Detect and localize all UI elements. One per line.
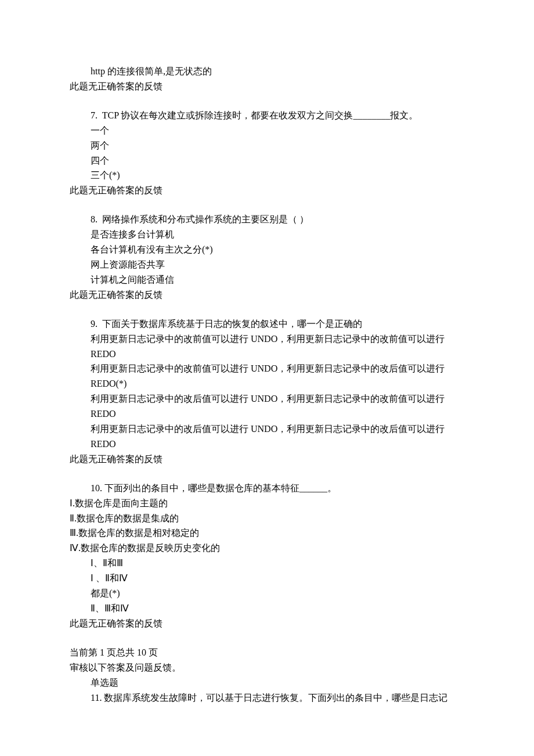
option-correct: 都是(*) bbox=[70, 586, 464, 601]
question-text: 数据库系统发生故障时，可以基于日志进行恢复。下面列出的条目中，哪些是日志记 bbox=[104, 693, 448, 703]
option: Ⅱ、Ⅲ和Ⅳ bbox=[70, 601, 464, 616]
option: 一个 bbox=[70, 123, 464, 138]
question-number: 9. bbox=[91, 319, 98, 329]
section-heading: 单选题 bbox=[70, 675, 464, 690]
question-number: 10. bbox=[91, 483, 102, 493]
pager-line: 当前第 1 页总共 10 页 bbox=[70, 645, 464, 660]
feedback-text: 此题无正确答案的反馈 bbox=[70, 183, 464, 198]
question-text: 下面列出的条目中，哪些是数据仓库的基本特征 bbox=[104, 483, 300, 493]
option-correct: 各台计算机有没有主次之分(*) bbox=[70, 242, 464, 257]
option: Ⅰ、Ⅱ和Ⅲ bbox=[70, 556, 464, 571]
option: 四个 bbox=[70, 153, 464, 168]
option: Ⅰ 、Ⅱ和Ⅳ bbox=[70, 571, 464, 586]
question-number: 7. bbox=[91, 110, 98, 120]
option: 利用更新日志记录中的改前值可以进行 UNDO，利用更新日志记录中的改前值可以进行… bbox=[70, 332, 464, 362]
option-correct: 三个(*) bbox=[70, 168, 464, 183]
option-text: 利用更新日志记录中的改前值可以进行 UNDO，利用更新日志记录中的改后值可以进行… bbox=[70, 361, 464, 391]
option: 利用更新日志记录中的改后值可以进行 UNDO，利用更新日志记录中的改后值可以进行… bbox=[70, 422, 464, 452]
feedback-text: 此题无正确答案的反馈 bbox=[70, 287, 464, 303]
option-text: 利用更新日志记录中的改后值可以进行 UNDO，利用更新日志记录中的改后值可以进行… bbox=[70, 422, 464, 452]
option-text: 利用更新日志记录中的改后值可以进行 UNDO，利用更新日志记录中的改前值可以进行… bbox=[70, 391, 464, 422]
question-10: 10. 下面列出的条目中，哪些是数据仓库的基本特征______。 bbox=[70, 481, 464, 496]
statement: Ⅰ.数据仓库是面向主题的 bbox=[70, 496, 464, 511]
feedback-text: 此题无正确答案的反馈 bbox=[70, 79, 464, 94]
statement: Ⅱ.数据仓库的数据是集成的 bbox=[70, 511, 464, 526]
question-11: 11. 数据库系统发生故障时，可以基于日志进行恢复。下面列出的条目中，哪些是日志… bbox=[70, 690, 464, 705]
question-number: 8. bbox=[91, 214, 98, 224]
partial-option: http 的连接很简单,是无状态的 bbox=[70, 64, 464, 79]
question-text: 下面关于数据库系统基于日志的恢复的叙述中，哪一个是正确的 bbox=[102, 319, 362, 329]
statement: Ⅲ.数据仓库的数据是相对稳定的 bbox=[70, 525, 464, 541]
statement: Ⅳ.数据仓库的数据是反映历史变化的 bbox=[70, 541, 464, 556]
question-text-tail: 报文。 bbox=[390, 110, 418, 120]
option: 利用更新日志记录中的改后值可以进行 UNDO，利用更新日志记录中的改前值可以进行… bbox=[70, 391, 464, 422]
option: 是否连接多台计算机 bbox=[70, 227, 464, 242]
question-text-tail: 。 bbox=[327, 483, 337, 493]
feedback-text: 此题无正确答案的反馈 bbox=[70, 452, 464, 467]
question-7: 7. TCP 协议在每次建立或拆除连接时，都要在收发双方之间交换________… bbox=[70, 108, 464, 123]
question-text: 网络操作系统和分布式操作系统的主要区别是（ ） bbox=[102, 214, 309, 224]
question-number: 11. bbox=[91, 693, 102, 703]
blank-underline: ______ bbox=[300, 483, 327, 493]
question-8: 8. 网络操作系统和分布式操作系统的主要区别是（ ） bbox=[70, 212, 464, 227]
option: 计算机之间能否通信 bbox=[70, 272, 464, 287]
feedback-text: 此题无正确答案的反馈 bbox=[70, 616, 464, 631]
option: 两个 bbox=[70, 138, 464, 153]
option-text: 利用更新日志记录中的改前值可以进行 UNDO，利用更新日志记录中的改前值可以进行… bbox=[70, 332, 464, 362]
page-container: http 的连接很简单,是无状态的 此题无正确答案的反馈 7. TCP 协议在每… bbox=[0, 0, 534, 740]
question-9: 9. 下面关于数据库系统基于日志的恢复的叙述中，哪一个是正确的 bbox=[70, 316, 464, 332]
question-text: TCP 协议在每次建立或拆除连接时，都要在收发双方之间交换 bbox=[102, 110, 353, 120]
option-correct: 利用更新日志记录中的改前值可以进行 UNDO，利用更新日志记录中的改后值可以进行… bbox=[70, 361, 464, 391]
review-instruction: 审核以下答案及问题反馈。 bbox=[70, 660, 464, 675]
option: 网上资源能否共享 bbox=[70, 257, 464, 272]
blank-underline: ________ bbox=[353, 110, 390, 120]
